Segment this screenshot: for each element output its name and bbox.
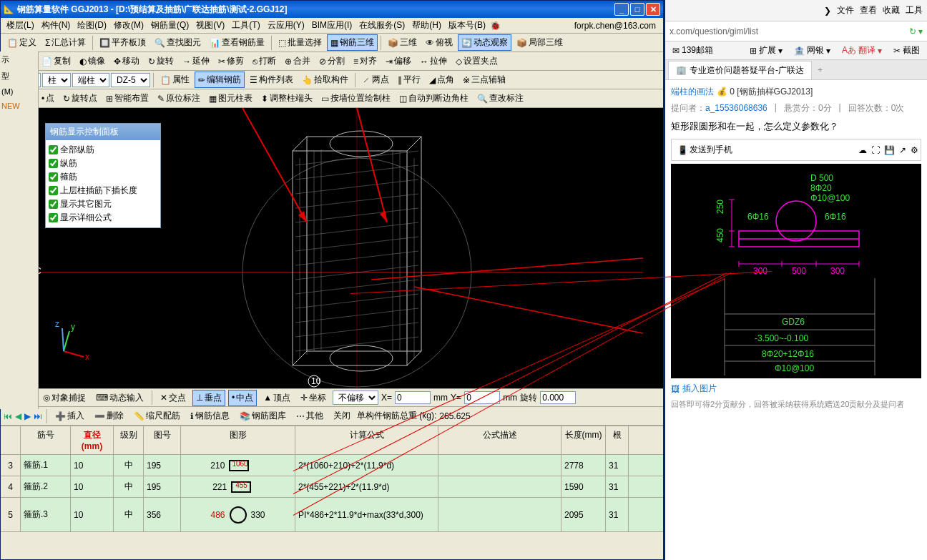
tb-setclip[interactable]: ◇ 设置夹点 xyxy=(452,53,501,69)
tb-batchsel[interactable]: ⬚ 批量选择 xyxy=(275,34,325,51)
tb-local3d[interactable]: 📦 局部三维 xyxy=(513,34,566,51)
tb-editrb[interactable]: ✏ 编辑钢筋 xyxy=(195,72,245,88)
tb-adjhead[interactable]: ⬍ 调整柱端头 xyxy=(258,90,316,107)
sb-rbinfo[interactable]: ℹ 钢筋信息 xyxy=(187,408,233,424)
tb-perp[interactable]: ⊥ 垂点 xyxy=(192,390,225,406)
tb-mid[interactable]: • 中点 xyxy=(228,390,257,406)
close-button[interactable]: ✕ xyxy=(646,3,660,16)
chk-all[interactable]: 全部纵筋 xyxy=(49,143,157,157)
menu-online[interactable]: 在线服务(S) xyxy=(356,18,408,33)
tb-move[interactable]: ✥ 移动 xyxy=(110,53,143,69)
menu-rebarqty[interactable]: 钢筋量(Q) xyxy=(148,18,192,33)
chk-other[interactable]: 显示其它图元 xyxy=(49,197,157,211)
tb-offset[interactable]: ⇥ 偏移 xyxy=(382,53,415,69)
tb-extend[interactable]: → 延伸 xyxy=(179,53,213,69)
menu-modify[interactable]: 修改(M) xyxy=(111,18,147,33)
tb-break[interactable]: ⎋ 打断 xyxy=(249,53,280,69)
chk-detail[interactable]: 显示详细公式 xyxy=(49,211,157,225)
tb-trim[interactable]: ✂ 修剪 xyxy=(215,53,247,69)
menu-view[interactable]: 视图(V) xyxy=(193,18,227,33)
nav-first-icon[interactable]: ⏮ xyxy=(4,411,12,421)
tb-drag[interactable]: ↔ 拉伸 xyxy=(416,53,451,69)
tb-align[interactable]: ≡ 对齐 xyxy=(350,53,381,69)
tb-smartlay[interactable]: ⊞ 智能布置 xyxy=(102,90,152,107)
send-phone-button[interactable]: 📱 发送到手机 xyxy=(674,142,736,158)
share-icon[interactable]: ↗ xyxy=(899,145,906,155)
menu-bim[interactable]: BIM应用(I) xyxy=(309,18,355,33)
menu-help[interactable]: 帮助(H) xyxy=(409,18,444,33)
tb-osnap[interactable]: ◎ 对象捕捉 xyxy=(39,390,89,406)
gear-icon[interactable]: ⚙ xyxy=(911,145,918,155)
sb-del[interactable]: ➖ 删除 xyxy=(91,408,127,424)
tb-split[interactable]: ⊘ 分割 xyxy=(315,53,348,69)
chk-stirrup[interactable]: 箍筋 xyxy=(49,170,157,184)
minimize-button[interactable]: _ xyxy=(614,3,629,16)
rot-input[interactable] xyxy=(540,391,576,404)
tb-flat[interactable]: 🔲 平齐板顶 xyxy=(96,34,149,51)
tb-threeaux[interactable]: ※ 三点辅轴 xyxy=(459,72,509,88)
menu-cloud[interactable]: 云应用(Y) xyxy=(265,18,308,33)
bmenu-tools[interactable]: 工具 xyxy=(906,4,923,16)
menu-floor[interactable]: 楼层(L) xyxy=(4,18,37,33)
tb-apex[interactable]: ▲ 顶点 xyxy=(260,390,294,406)
table-row[interactable]: 4箍筋.2 10中195 221455 2*(455+221)+2*(11.9*… xyxy=(1,476,663,498)
tb-coord[interactable]: ✛ 坐标 xyxy=(297,390,330,406)
sb-scale[interactable]: 📏 缩尺配筋 xyxy=(130,408,184,424)
tb-dynin[interactable]: ⌨ 动态输入 xyxy=(92,390,147,406)
cloud-icon[interactable]: ☁ xyxy=(858,145,867,155)
arrow-icon[interactable]: ❯ xyxy=(824,6,831,16)
comp-select[interactable]: 柱 xyxy=(42,73,71,87)
save-icon[interactable]: 💾 xyxy=(884,145,895,155)
tb-drawbypos[interactable]: ▭ 按墙位置绘制柱 xyxy=(318,90,394,107)
tb-point[interactable]: • 点 xyxy=(38,90,58,107)
chk-long[interactable]: 纵筋 xyxy=(49,157,157,170)
tb-colsheet[interactable]: ▦ 图元柱表 xyxy=(205,90,256,107)
nav-next-icon[interactable]: ▶ xyxy=(24,411,31,421)
tb-pickcomp[interactable]: 👆 拾取构件 xyxy=(298,72,352,88)
tb-copy[interactable]: 📄 复制 xyxy=(38,53,74,69)
tb-dynobs[interactable]: 🔄 动态观察 xyxy=(458,34,511,51)
sidebar-item[interactable]: 型 xyxy=(0,68,38,84)
tb-sumcalc[interactable]: Σ 汇总计算 xyxy=(41,34,89,51)
nav-prev-icon[interactable]: ◀ xyxy=(15,411,21,421)
tb-chglab[interactable]: 🔍 查改标注 xyxy=(474,90,527,107)
insert-pic-link[interactable]: 🖼 插入图片 xyxy=(671,378,921,399)
tb-mirror[interactable]: ◐ 镜像 xyxy=(76,53,109,69)
browser-tab[interactable]: 🏢 专业造价问题答疑平台-广联达 xyxy=(668,61,812,79)
tb-autoedge[interactable]: ◫ 自动判断边角柱 xyxy=(396,90,472,107)
sb-rblib[interactable]: 📚 钢筋图库 xyxy=(236,408,290,424)
tb-rotpt[interactable]: ↻ 旋转点 xyxy=(59,90,101,107)
fav-bank[interactable]: 🏦 网银 ▾ xyxy=(791,43,833,58)
tb-overlook[interactable]: 👁 俯视 xyxy=(422,34,456,51)
tb-merge[interactable]: ⊕ 合并 xyxy=(281,53,314,69)
tb-origlab[interactable]: ✎ 原位标注 xyxy=(154,90,204,107)
tb-parallel[interactable]: ∥ 平行 xyxy=(394,72,424,88)
tb-rotate[interactable]: ↻ 旋转 xyxy=(144,53,177,69)
sb-other[interactable]: ⋯ 其他 xyxy=(293,408,327,424)
chk-upper[interactable]: 上层柱插筋下插长度 xyxy=(49,184,157,197)
maximize-button[interactable]: □ xyxy=(630,3,644,16)
sidebar-item[interactable]: 示 xyxy=(0,51,38,68)
dz-select[interactable]: DZ-5 xyxy=(111,73,150,87)
tb-rebarqty[interactable]: 📊 查看钢筋量 xyxy=(206,34,268,51)
menu-draw[interactable]: 绘图(D) xyxy=(74,18,109,33)
x-input[interactable] xyxy=(395,391,431,404)
sb-close[interactable]: 关闭 xyxy=(330,408,354,424)
nav-last-icon[interactable]: ⏭ xyxy=(34,411,42,421)
tb-vertex[interactable]: ◢ 点角 xyxy=(426,72,458,88)
breadcrumb-link[interactable]: 端柱的画法 xyxy=(671,87,714,97)
tb-complist[interactable]: ☰ 构件列表 xyxy=(246,72,297,88)
table-row[interactable]: 5箍筋.3 10中356 486330 PI*486+2*11.9*d+max(… xyxy=(1,498,663,532)
tb-3d[interactable]: 📦 三维 xyxy=(384,34,421,51)
sidebar-item[interactable]: (M) xyxy=(0,84,38,99)
tb-findunit[interactable]: 🔍 查找图元 xyxy=(151,34,205,51)
tb-define[interactable]: 📋 定义 xyxy=(4,34,40,51)
address-bar[interactable]: x.com/question/giml/list↻ ▾ xyxy=(665,21,927,41)
endcol-select[interactable]: 端柱 xyxy=(72,73,109,87)
fav-ext[interactable]: ⊞ 扩展 ▾ xyxy=(747,43,785,58)
rebar-display-panel[interactable]: 钢筋显示控制面板 全部纵筋 纵筋 箍筋 上层柱插筋下插长度 显示其它图元 显示详… xyxy=(45,123,161,228)
asker-link[interactable]: a_15536068636 xyxy=(705,103,767,113)
fav-shot[interactable]: ✂ 截图 xyxy=(891,43,923,58)
tb-rebar3d[interactable]: ▦ 钢筋三维 xyxy=(327,34,378,51)
menu-tools[interactable]: 工具(T) xyxy=(229,18,263,33)
